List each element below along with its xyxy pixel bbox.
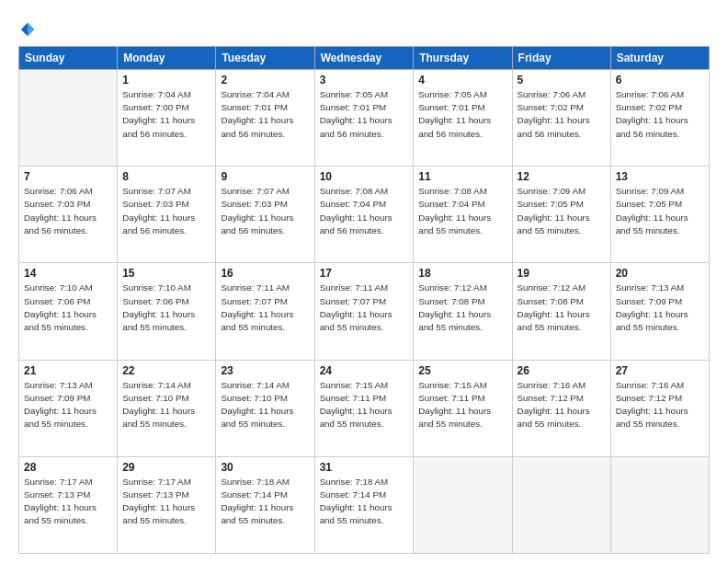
day-info: Sunrise: 7:11 AM Sunset: 7:07 PM Dayligh… — [221, 282, 309, 334]
day-number: 1 — [122, 74, 210, 86]
calendar-cell: 21Sunrise: 7:13 AM Sunset: 7:09 PM Dayli… — [19, 360, 118, 456]
day-info: Sunrise: 7:15 AM Sunset: 7:11 PM Dayligh… — [418, 379, 506, 431]
calendar-cell: 17Sunrise: 7:11 AM Sunset: 7:07 PM Dayli… — [314, 263, 414, 360]
logo — [18, 17, 36, 37]
day-info: Sunrise: 7:15 AM Sunset: 7:11 PM Dayligh… — [320, 379, 409, 431]
day-info: Sunrise: 7:16 AM Sunset: 7:12 PM Dayligh… — [616, 379, 704, 431]
day-info: Sunrise: 7:16 AM Sunset: 7:12 PM Dayligh… — [518, 379, 606, 431]
calendar-cell: 18Sunrise: 7:12 AM Sunset: 7:08 PM Dayli… — [414, 263, 512, 360]
calendar-cell: 3Sunrise: 7:05 AM Sunset: 7:01 PM Daylig… — [314, 70, 414, 167]
calendar-cell: 13Sunrise: 7:09 AM Sunset: 7:05 PM Dayli… — [610, 167, 709, 263]
day-number: 9 — [221, 170, 309, 183]
day-info: Sunrise: 7:04 AM Sunset: 7:01 PM Dayligh… — [221, 88, 309, 141]
calendar-cell: 19Sunrise: 7:12 AM Sunset: 7:08 PM Dayli… — [512, 263, 610, 360]
col-monday: Monday — [118, 47, 216, 70]
day-number: 7 — [24, 170, 112, 183]
day-number: 10 — [320, 170, 409, 183]
calendar-cell: 12Sunrise: 7:09 AM Sunset: 7:05 PM Dayli… — [512, 167, 610, 263]
day-number: 20 — [616, 267, 704, 280]
day-info: Sunrise: 7:17 AM Sunset: 7:13 PM Dayligh… — [24, 476, 112, 528]
day-number: 28 — [24, 461, 112, 474]
calendar-cell — [414, 456, 512, 553]
week-row-4: 28Sunrise: 7:17 AM Sunset: 7:13 PM Dayli… — [19, 456, 710, 553]
day-number: 24 — [320, 364, 409, 377]
calendar-cell: 27Sunrise: 7:16 AM Sunset: 7:12 PM Dayli… — [610, 360, 709, 456]
calendar-cell: 30Sunrise: 7:18 AM Sunset: 7:14 PM Dayli… — [216, 456, 314, 553]
day-number: 26 — [518, 364, 606, 377]
calendar-cell: 8Sunrise: 7:07 AM Sunset: 7:03 PM Daylig… — [118, 167, 216, 263]
day-number: 19 — [518, 267, 606, 280]
calendar-table: Sunday Monday Tuesday Wednesday Thursday… — [18, 46, 710, 554]
week-row-1: 7Sunrise: 7:06 AM Sunset: 7:03 PM Daylig… — [19, 167, 710, 263]
calendar-cell: 16Sunrise: 7:11 AM Sunset: 7:07 PM Dayli… — [216, 263, 314, 360]
day-info: Sunrise: 7:12 AM Sunset: 7:08 PM Dayligh… — [418, 282, 506, 334]
day-number: 11 — [418, 170, 506, 183]
day-info: Sunrise: 7:09 AM Sunset: 7:05 PM Dayligh… — [616, 185, 704, 237]
calendar-cell — [610, 456, 709, 553]
day-number: 27 — [616, 364, 704, 377]
col-thursday: Thursday — [414, 47, 512, 70]
week-row-0: 1Sunrise: 7:04 AM Sunset: 7:00 PM Daylig… — [19, 70, 710, 167]
day-info: Sunrise: 7:05 AM Sunset: 7:01 PM Dayligh… — [418, 88, 506, 141]
calendar-cell: 24Sunrise: 7:15 AM Sunset: 7:11 PM Dayli… — [314, 360, 414, 456]
day-number: 5 — [518, 74, 606, 86]
calendar-cell: 23Sunrise: 7:14 AM Sunset: 7:10 PM Dayli… — [216, 360, 314, 456]
calendar-cell: 11Sunrise: 7:08 AM Sunset: 7:04 PM Dayli… — [414, 167, 512, 263]
day-number: 6 — [616, 74, 704, 86]
day-info: Sunrise: 7:10 AM Sunset: 7:06 PM Dayligh… — [24, 282, 112, 334]
calendar-cell: 26Sunrise: 7:16 AM Sunset: 7:12 PM Dayli… — [512, 360, 610, 456]
day-info: Sunrise: 7:07 AM Sunset: 7:03 PM Dayligh… — [221, 185, 309, 237]
day-number: 23 — [221, 364, 309, 377]
day-number: 14 — [24, 267, 112, 280]
page: Sunday Monday Tuesday Wednesday Thursday… — [0, 0, 728, 563]
day-info: Sunrise: 7:06 AM Sunset: 7:03 PM Dayligh… — [24, 185, 112, 237]
day-info: Sunrise: 7:18 AM Sunset: 7:14 PM Dayligh… — [320, 476, 409, 528]
day-number: 25 — [418, 364, 506, 377]
calendar-header-row: Sunday Monday Tuesday Wednesday Thursday… — [19, 47, 710, 70]
day-number: 2 — [221, 74, 309, 86]
col-sunday: Sunday — [19, 47, 118, 70]
calendar-cell: 10Sunrise: 7:08 AM Sunset: 7:04 PM Dayli… — [314, 167, 414, 263]
day-number: 29 — [122, 461, 210, 474]
calendar-cell: 6Sunrise: 7:06 AM Sunset: 7:02 PM Daylig… — [610, 70, 709, 167]
calendar-cell: 5Sunrise: 7:06 AM Sunset: 7:02 PM Daylig… — [512, 70, 610, 167]
calendar-cell: 25Sunrise: 7:15 AM Sunset: 7:11 PM Dayli… — [414, 360, 512, 456]
day-info: Sunrise: 7:12 AM Sunset: 7:08 PM Dayligh… — [518, 282, 606, 334]
calendar-cell — [512, 456, 610, 553]
day-info: Sunrise: 7:06 AM Sunset: 7:02 PM Dayligh… — [518, 88, 606, 141]
day-info: Sunrise: 7:05 AM Sunset: 7:01 PM Dayligh… — [320, 88, 409, 141]
week-row-2: 14Sunrise: 7:10 AM Sunset: 7:06 PM Dayli… — [19, 263, 710, 360]
day-info: Sunrise: 7:14 AM Sunset: 7:10 PM Dayligh… — [122, 379, 210, 431]
calendar-cell: 9Sunrise: 7:07 AM Sunset: 7:03 PM Daylig… — [216, 167, 314, 263]
svg-marker-1 — [28, 23, 34, 36]
day-number: 15 — [122, 267, 210, 280]
calendar-cell: 1Sunrise: 7:04 AM Sunset: 7:00 PM Daylig… — [118, 70, 216, 167]
calendar-cell: 15Sunrise: 7:10 AM Sunset: 7:06 PM Dayli… — [118, 263, 216, 360]
calendar-cell — [19, 70, 118, 167]
col-saturday: Saturday — [610, 47, 709, 70]
day-info: Sunrise: 7:07 AM Sunset: 7:03 PM Dayligh… — [122, 185, 210, 237]
day-number: 18 — [418, 267, 506, 280]
calendar-cell: 2Sunrise: 7:04 AM Sunset: 7:01 PM Daylig… — [216, 70, 314, 167]
day-number: 13 — [616, 170, 704, 183]
day-number: 8 — [122, 170, 210, 183]
day-info: Sunrise: 7:13 AM Sunset: 7:09 PM Dayligh… — [616, 282, 704, 334]
col-friday: Friday — [512, 47, 610, 70]
day-number: 21 — [24, 364, 112, 377]
col-wednesday: Wednesday — [314, 47, 414, 70]
day-info: Sunrise: 7:04 AM Sunset: 7:00 PM Dayligh… — [122, 88, 210, 141]
calendar-cell: 20Sunrise: 7:13 AM Sunset: 7:09 PM Dayli… — [610, 263, 709, 360]
day-info: Sunrise: 7:18 AM Sunset: 7:14 PM Dayligh… — [221, 476, 309, 528]
day-info: Sunrise: 7:08 AM Sunset: 7:04 PM Dayligh… — [418, 185, 506, 237]
day-number: 3 — [320, 74, 409, 86]
day-info: Sunrise: 7:10 AM Sunset: 7:06 PM Dayligh… — [122, 282, 210, 334]
calendar-cell: 22Sunrise: 7:14 AM Sunset: 7:10 PM Dayli… — [118, 360, 216, 456]
day-info: Sunrise: 7:09 AM Sunset: 7:05 PM Dayligh… — [518, 185, 606, 237]
day-number: 30 — [221, 461, 309, 474]
calendar-cell: 29Sunrise: 7:17 AM Sunset: 7:13 PM Dayli… — [118, 456, 216, 553]
calendar-cell: 14Sunrise: 7:10 AM Sunset: 7:06 PM Dayli… — [19, 263, 118, 360]
day-number: 31 — [320, 461, 409, 474]
day-number: 16 — [221, 267, 309, 280]
week-row-3: 21Sunrise: 7:13 AM Sunset: 7:09 PM Dayli… — [19, 360, 710, 456]
day-info: Sunrise: 7:17 AM Sunset: 7:13 PM Dayligh… — [122, 476, 210, 528]
